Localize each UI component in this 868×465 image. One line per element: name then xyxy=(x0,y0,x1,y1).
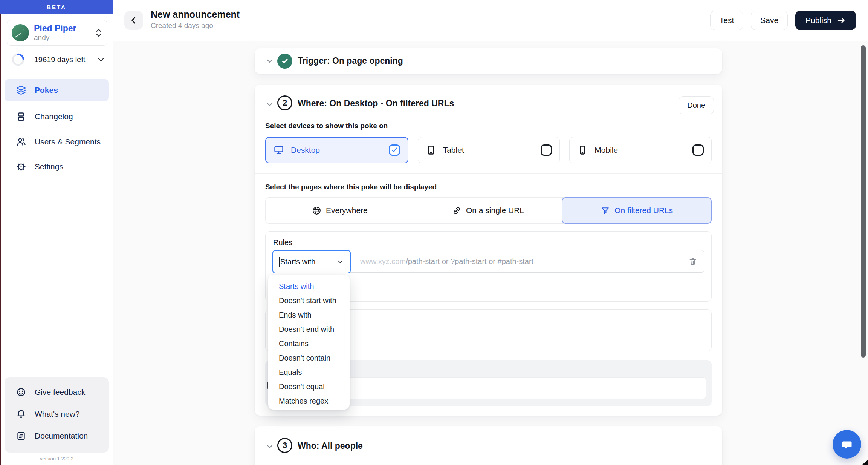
workspace-user: andy xyxy=(34,34,76,42)
hidden-text-fragment xyxy=(267,382,268,389)
tab-label: On a single URL xyxy=(466,206,524,215)
filter-funnel-icon xyxy=(601,206,610,215)
chat-bubble-icon xyxy=(839,437,854,452)
page-title: New announcement xyxy=(151,9,240,20)
trigger-section-title: Trigger: On page opening xyxy=(298,56,403,66)
footer-item-label: Documentation xyxy=(35,431,88,440)
tab-single-url[interactable]: On a single URL xyxy=(414,198,562,223)
chevron-down-icon[interactable] xyxy=(265,57,274,66)
who-section[interactable]: 3 Who: All people xyxy=(255,426,722,465)
device-option-mobile[interactable]: Mobile xyxy=(569,137,712,163)
whats-new-button[interactable]: What's new? xyxy=(5,404,109,424)
tab-label: Everywhere xyxy=(326,206,368,215)
dropdown-option[interactable]: Doesn't start with xyxy=(268,293,350,308)
device-option-label: Desktop xyxy=(291,146,320,155)
check-circle-icon xyxy=(277,54,292,69)
save-button[interactable]: Save xyxy=(751,11,788,30)
chevron-down-icon[interactable] xyxy=(265,100,274,109)
beta-banner: BETA xyxy=(0,0,113,14)
url-placeholder-path: /path-start or ?path-start or #path-star… xyxy=(406,257,533,265)
chat-widget-button[interactable] xyxy=(833,430,861,459)
chevron-down-icon xyxy=(96,55,105,64)
vertical-scrollbar[interactable] xyxy=(861,45,866,358)
sidebar-item-pokes[interactable]: Pokes xyxy=(5,79,109,101)
dropdown-option[interactable]: Equals xyxy=(268,365,350,379)
tab-everywhere[interactable]: Everywhere xyxy=(266,198,414,223)
workspace-selector-icon xyxy=(95,28,102,38)
arrow-right-icon xyxy=(837,16,846,25)
rule-operator-select[interactable]: Starts with xyxy=(272,250,351,273)
chevron-down-icon xyxy=(336,258,344,265)
globe-icon xyxy=(312,206,321,215)
sidebar-footer: Give feedback What's new? Documentation xyxy=(5,377,109,453)
mobile-icon xyxy=(577,145,588,155)
footer-item-label: Give feedback xyxy=(35,388,85,397)
devices-label: Select devices to show this poke on xyxy=(265,122,388,130)
pages-label: Select the pages where this poke will be… xyxy=(265,183,437,191)
checkbox-checked-icon[interactable] xyxy=(389,144,400,156)
checkbox-unchecked-icon[interactable] xyxy=(541,144,552,156)
footer-item-label: What's new? xyxy=(35,410,80,419)
page-subtitle: Created 4 days ago xyxy=(151,21,213,30)
chevron-left-icon xyxy=(129,15,139,25)
dropdown-option[interactable]: Matches regex xyxy=(268,394,350,408)
sidebar-item-label: Users & Segments xyxy=(35,137,101,146)
cursor-artifact xyxy=(862,460,868,465)
device-option-tablet[interactable]: Tablet xyxy=(418,137,560,163)
trial-progress-ring xyxy=(11,53,25,66)
workspace-switcher[interactable]: Pied Piper andy xyxy=(7,20,107,46)
rule-url-input[interactable]: www.xyz.com/path-start or ?path-start or… xyxy=(360,257,533,266)
sidebar-item-users-segments[interactable]: Users & Segments xyxy=(5,131,109,153)
tab-filtered-urls[interactable]: On filtered URLs xyxy=(562,197,712,224)
sidebar-item-label: Pokes xyxy=(35,86,58,95)
operator-dropdown-menu: Starts with Doesn't start with Ends with… xyxy=(268,275,350,410)
done-button[interactable]: Done xyxy=(679,96,714,114)
trial-status[interactable]: -19619 days left xyxy=(11,53,105,66)
back-button[interactable] xyxy=(124,11,143,30)
url-placeholder-host: www.xyz.com xyxy=(360,257,406,265)
test-button[interactable]: Test xyxy=(710,11,744,30)
sidebar-item-changelog[interactable]: Changelog xyxy=(5,106,109,127)
users-icon xyxy=(16,137,26,147)
publish-button-label: Publish xyxy=(805,16,831,25)
dropdown-option[interactable]: Ends with xyxy=(268,308,350,322)
app-version: version 1.220.2 xyxy=(0,456,113,462)
dropdown-option[interactable]: Doesn't contain xyxy=(268,351,350,365)
rule-row: Starts with www.xyz.com/path-start or ?p… xyxy=(272,250,704,273)
trigger-section[interactable]: Trigger: On page opening xyxy=(255,48,722,74)
workspace-avatar xyxy=(12,24,29,41)
page-target-tabs: Everywhere On a single URL On filtered U… xyxy=(265,197,712,224)
who-section-title: Who: All people xyxy=(298,441,363,451)
document-icon xyxy=(16,431,26,441)
step-number-badge: 2 xyxy=(277,95,292,110)
device-option-label: Mobile xyxy=(594,146,618,155)
publish-button[interactable]: Publish xyxy=(795,11,856,30)
section-divider xyxy=(255,173,722,174)
trial-days-left: -19619 days left xyxy=(32,55,88,64)
changelog-icon xyxy=(16,111,26,122)
where-section-title: Where: On Desktop - On filtered URLs xyxy=(298,98,454,109)
give-feedback-button[interactable]: Give feedback xyxy=(5,382,109,402)
sidebar-item-label: Settings xyxy=(35,162,63,171)
device-option-desktop[interactable]: Desktop xyxy=(265,137,408,163)
chevron-down-icon[interactable] xyxy=(265,442,274,451)
topbar: New announcement Created 4 days ago Test… xyxy=(113,0,868,41)
gear-icon xyxy=(16,161,26,172)
trash-icon xyxy=(688,257,697,266)
link-icon xyxy=(452,206,462,215)
dropdown-option[interactable]: Doesn't end with xyxy=(268,322,350,336)
tab-label: On filtered URLs xyxy=(614,206,673,215)
dropdown-option[interactable]: Starts with xyxy=(268,279,350,293)
dropdown-option[interactable]: Contains xyxy=(268,336,350,351)
dropdown-option[interactable]: Doesn't equal xyxy=(268,379,350,394)
sidebar: BETA Pied Piper andy -19619 days left Po… xyxy=(0,0,113,465)
device-option-label: Tablet xyxy=(443,146,464,155)
documentation-button[interactable]: Documentation xyxy=(5,426,109,446)
workspace-name: Pied Piper xyxy=(34,24,76,33)
checkbox-unchecked-icon[interactable] xyxy=(692,144,704,156)
sidebar-item-settings[interactable]: Settings xyxy=(5,156,109,178)
delete-rule-button[interactable] xyxy=(681,250,704,272)
rule-operator-value: Starts with xyxy=(280,258,315,266)
layers-icon xyxy=(16,85,26,95)
step-number-badge: 3 xyxy=(277,438,292,453)
